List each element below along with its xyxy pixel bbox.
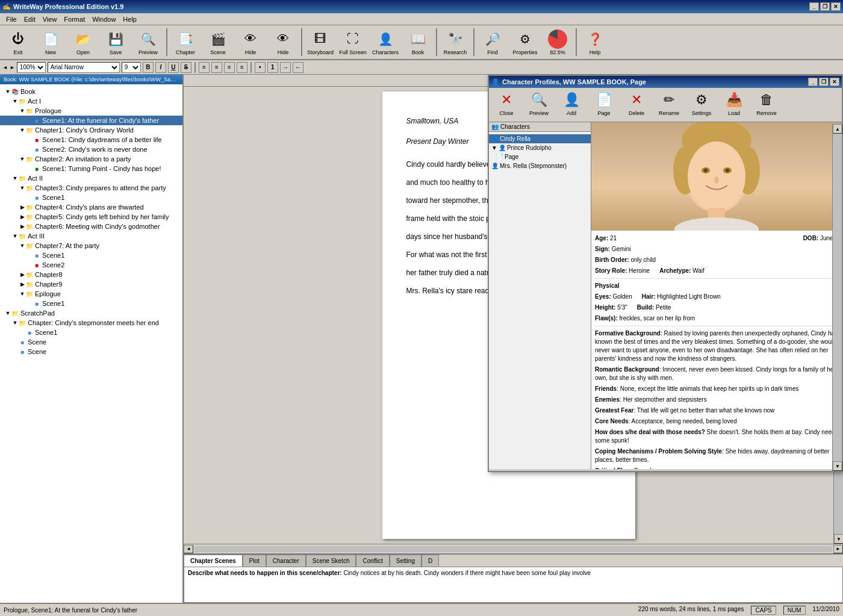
menu-view[interactable]: View — [39, 14, 61, 24]
tab-chapter-scenes[interactable]: Chapter Scenes — [184, 555, 243, 567]
tree-item-scene1-prologue[interactable]: ■ Scene1: At the funeral for Cindy's fat… — [0, 116, 182, 125]
tree-item-chapter2[interactable]: ▼ 📁 Chapter2: An invitation to a party — [0, 154, 182, 164]
char-window-maximize[interactable]: ❐ — [819, 78, 829, 86]
tab-setting[interactable]: Setting — [390, 555, 421, 567]
align-left-button[interactable]: ≡ — [199, 62, 210, 73]
menu-window[interactable]: Window — [89, 14, 119, 24]
tab-conflict[interactable]: Conflict — [356, 555, 389, 567]
char-remove-button[interactable]: 🗑 Remove — [751, 90, 782, 120]
tree-item-ch7-scene2[interactable]: ■ Scene2 — [0, 260, 182, 270]
tab-extra[interactable]: D — [421, 555, 439, 567]
tree-item-sp-scene-a[interactable]: ■ Scene — [0, 337, 182, 347]
properties-button[interactable]: ⚙ Properties — [509, 26, 541, 58]
char-load-button[interactable]: 📥 Load — [718, 90, 750, 120]
tree-item-act2[interactable]: ▼ 📁 Act II — [0, 173, 182, 183]
tree-item-ch2-scene1[interactable]: ■ Scene1: Turning Point - Cindy has hope… — [0, 164, 182, 173]
align-justify-button[interactable]: ≡ — [237, 62, 247, 73]
tree-item-prologue[interactable]: ▼ 📁 Prologue — [0, 106, 182, 116]
percent-button[interactable]: 82.5% — [542, 26, 573, 58]
char-scroll-track[interactable] — [833, 134, 842, 461]
strikethrough-button[interactable]: S — [181, 62, 191, 73]
char-add-button[interactable]: 👤 Add — [556, 90, 587, 120]
scroll-down-button[interactable]: ▼ — [834, 534, 843, 544]
underline-button[interactable]: U — [168, 62, 179, 73]
tree-item-ch3-scene1[interactable]: ■ Scene1 — [0, 193, 182, 202]
char-item-cindy[interactable]: 👤 Cindy Rella — [489, 134, 591, 143]
align-right-button[interactable]: ≡ — [224, 62, 235, 73]
tree-item-chapter6[interactable]: ▶ 📁 Chapter6: Meeting with Cindy's godmo… — [0, 222, 182, 231]
tree-item-chapter9[interactable]: ▶ 📁 Chapter9 — [0, 279, 182, 289]
tree-item-epilogue-scene1[interactable]: ■ Scene1 — [0, 299, 182, 308]
scroll-left-button[interactable]: ◄ — [184, 545, 193, 553]
list-bullet-button[interactable]: • — [255, 62, 266, 73]
list-number-button[interactable]: 1 — [267, 62, 278, 73]
research-button[interactable]: 🔭 Research — [440, 26, 471, 58]
tree-item-ch7-scene1[interactable]: ■ Scene1 — [0, 250, 182, 260]
tree-item-chapter3[interactable]: ▼ 📁 Chapter3: Cindy prepares to attend t… — [0, 183, 182, 193]
menu-file[interactable]: File — [2, 14, 20, 24]
close-button[interactable]: ✕ — [831, 2, 841, 11]
book-button[interactable]: 📖 Book — [402, 26, 434, 58]
char-scroll-down[interactable]: ▼ — [833, 461, 842, 469]
char-window-close[interactable]: ✕ — [830, 78, 839, 86]
minimize-button[interactable]: _ — [809, 2, 819, 11]
menu-format[interactable]: Format — [60, 14, 89, 24]
new-button[interactable]: 📄 New — [35, 26, 66, 58]
hide1-button[interactable]: 👁 Hide — [235, 26, 266, 58]
tree-item-sp-chapter[interactable]: ▼ 📁 Chapter: Cindy's stepmonster meets h… — [0, 318, 182, 328]
chapter-button[interactable]: 📑 Chapter — [170, 26, 201, 58]
indent-button[interactable]: → — [280, 62, 291, 73]
char-page-button[interactable]: 📄 Page — [588, 90, 620, 120]
tree-item-sp-scene-b[interactable]: ■ Scene — [0, 347, 182, 356]
fullscreen-button[interactable]: ⛶ Full Screen — [337, 26, 369, 58]
tab-scene-sketch[interactable]: Scene Sketch — [306, 555, 356, 567]
char-vscroll[interactable]: ▲ ▼ — [832, 124, 842, 469]
preview-button[interactable]: 🔍 Preview — [132, 26, 164, 58]
tree-item-book[interactable]: ▼ 📚 Book — [0, 87, 182, 96]
hide2-button[interactable]: 👁 Hide — [267, 26, 299, 58]
tree-item-chapter5[interactable]: ▶ 📁 Chapter5: Cindy gets left behind by … — [0, 212, 182, 222]
char-rename-button[interactable]: ✏ Rename — [653, 90, 685, 120]
help-button[interactable]: ❓ Help — [579, 26, 611, 58]
menu-help[interactable]: Help — [119, 14, 140, 24]
hscroll-track[interactable] — [194, 546, 832, 552]
save-button[interactable]: 💾 Save — [100, 26, 131, 58]
char-settings-button[interactable]: ⚙ Settings — [686, 90, 717, 120]
restore-button[interactable]: ❐ — [820, 2, 830, 11]
scene-button[interactable]: 🎬 Scene — [202, 26, 234, 58]
char-window-minimize[interactable]: _ — [808, 78, 818, 86]
tab-character[interactable]: Character — [266, 555, 306, 567]
char-close-button[interactable]: ✕ Close — [491, 90, 522, 120]
char-item-page[interactable]: 📄 Page — [489, 152, 591, 161]
outdent-button[interactable]: ← — [293, 62, 303, 73]
tree-item-sp-scene1[interactable]: ■ Scene1 — [0, 328, 182, 337]
zoom-select[interactable]: 100% — [17, 62, 46, 73]
tree-item-chapter1[interactable]: ▼ 📁 Chapter1: Cindy's Ordinary World — [0, 125, 182, 135]
editor-hscroll[interactable]: ◄ ► — [184, 544, 843, 553]
tree-item-epilogue[interactable]: ▼ 📁 Epilogue — [0, 289, 182, 299]
char-item-prince-parent[interactable]: ▼ 👤 Prince Rudolpho — [489, 143, 591, 152]
open-button[interactable]: 📂 Open — [67, 26, 99, 58]
find-button[interactable]: 🔎 Find — [477, 26, 508, 58]
tree-item-act3[interactable]: ▼ 📁 Act III — [0, 231, 182, 241]
tree-item-ch1-scene2[interactable]: ■ Scene2: Cindy's work is never done — [0, 145, 182, 154]
italic-button[interactable]: I — [155, 62, 166, 73]
storyboard-button[interactable]: 🎞 Storyboard — [305, 26, 336, 58]
bold-button[interactable]: B — [143, 62, 154, 73]
tree-item-scratchpad[interactable]: ▼ 📁 ScratchPad — [0, 308, 182, 318]
font-select[interactable]: Arial Narrow — [48, 62, 120, 73]
tab-plot[interactable]: Plot — [243, 555, 266, 567]
tree-item-act1[interactable]: ▼ 📁 Act I — [0, 96, 182, 106]
tree-item-chapter4[interactable]: ▶ 📁 Chapter4: Cindy's plans are thwarted — [0, 202, 182, 212]
tree-item-ch1-scene1[interactable]: ■ Scene1: Cindy daydreams of a better li… — [0, 135, 182, 145]
tree-item-chapter7[interactable]: ▼ 📁 Chapter7: At the party — [0, 241, 182, 250]
scroll-right-button[interactable]: ► — [833, 545, 843, 553]
align-center-button[interactable]: ≡ — [211, 62, 222, 73]
char-delete-button[interactable]: ✕ Delete — [621, 90, 652, 120]
char-preview-button[interactable]: 🔍 Preview — [523, 90, 555, 120]
size-select[interactable]: 9 — [122, 62, 141, 73]
menu-edit[interactable]: Edit — [20, 14, 39, 24]
tab-content[interactable]: Describe what needs to happen in this sc… — [184, 567, 843, 603]
tree-item-chapter8[interactable]: ▶ 📁 Chapter8 — [0, 270, 182, 279]
characters-button[interactable]: 👤 Characters — [370, 26, 401, 58]
